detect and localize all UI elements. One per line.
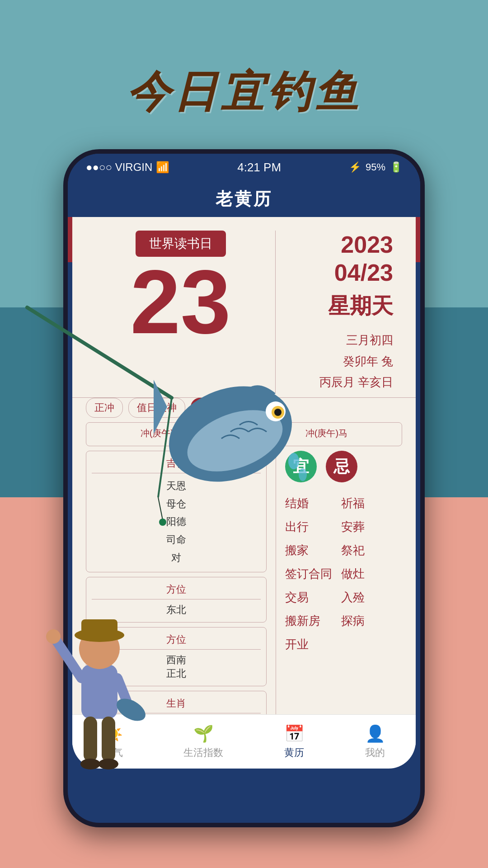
lunar-line2: 癸卯年 兔 [319,351,393,372]
bluetooth-icon: ⚡ [349,161,361,173]
carrier-text: ●●○○ VIRGIN [86,161,152,174]
fisherman-illustration [36,565,181,814]
svg-point-3 [159,519,166,526]
svg-point-21 [80,759,100,769]
chong-right-label: 冲(庚午)马 [256,427,397,439]
almanac-label: 黄历 [284,746,304,760]
svg-rect-12 [81,665,117,719]
yi-ji-right-panel: 宜 忌 结婚出行搬家签订合同交易搬新房开业 祈福安葬祭祀做灶入殓探病 [276,451,402,736]
profile-label: 我的 [365,746,385,760]
nav-profile[interactable]: 👤 我的 [365,724,385,760]
main-title: 今日宜钓鱼 [0,63,488,122]
status-left: ●●○○ VIRGIN 📶 [86,161,169,174]
app-title: 老黄历 [216,188,272,211]
svg-line-2 [158,497,163,520]
svg-point-22 [99,759,118,769]
year-text: 2023 [341,231,393,258]
weekday-display: 星期天 [328,292,393,321]
svg-line-1 [158,398,172,497]
year-display: 2023 [341,231,393,259]
nav-almanac[interactable]: 📅 黄历 [284,724,305,760]
almanac-icon: 📅 [284,724,305,743]
svg-line-0 [27,307,172,398]
battery-icon: 🔋 [390,161,402,173]
lunar-line3: 丙辰月 辛亥日 [319,372,393,393]
status-bar: ●●○○ VIRGIN 📶 4:21 PM ⚡ 95% 🔋 [68,154,420,181]
life-index-label: 生活指数 [183,746,223,760]
svg-rect-15 [81,619,117,637]
status-time: 4:21 PM [237,160,281,175]
month-day-display: 04/23 [334,259,393,287]
svg-rect-20 [102,717,115,762]
status-right: ⚡ 95% 🔋 [349,161,402,173]
life-index-icon: 🌱 [193,724,214,743]
nav-life-index[interactable]: 🌱 生活指数 [183,724,223,760]
svg-line-17 [117,678,127,701]
svg-rect-19 [84,717,97,762]
ji-badge: 忌 [326,451,357,482]
svg-line-16 [54,637,81,678]
lunar-info: 三月初四 癸卯年 兔 丙辰月 辛亥日 [319,330,393,393]
fishing-rod-illustration [0,271,226,542]
yi-ji-badges: 宜 忌 [285,451,402,482]
app-header: 老黄历 [68,181,420,217]
yi-ji-lists: 结婚出行搬家签订合同交易搬新房开业 祈福安葬祭祀做灶入殓探病 [285,491,402,656]
yi-list: 结婚出行搬家签订合同交易搬新房开业 [285,491,332,656]
profile-icon: 👤 [365,724,385,743]
chong-right: 冲(庚午)马 [251,422,402,446]
ji-list: 祈福安葬祭祀做灶入殓探病 [341,491,365,656]
lunar-line1: 三月初四 [319,330,393,351]
battery-text: 95% [366,161,385,173]
svg-point-18 [46,629,61,644]
yi-badge: 宜 [285,451,317,482]
wifi-icon: 📶 [156,161,169,174]
date-right: 2023 04/23 星期天 三月初四 癸卯年 兔 丙辰月 辛亥日 [276,231,402,393]
